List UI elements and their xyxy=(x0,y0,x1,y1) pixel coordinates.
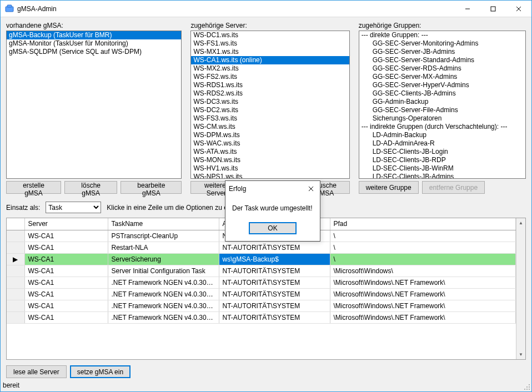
list-item[interactable]: WS-CM.ws.its xyxy=(191,123,349,131)
close-button[interactable] xyxy=(506,1,531,17)
success-dialog: Erfolg Der Task wurde umgestellt! OK xyxy=(225,180,320,242)
list-item[interactable]: WS-MX2.ws.its xyxy=(191,64,349,73)
add-group-button[interactable]: weitere Gruppe xyxy=(359,181,419,194)
list-item[interactable]: GG-SEC-Server-Standard-Admins xyxy=(359,56,525,64)
table-row[interactable]: WS-CA1.NET Framework NGEN v4.0.30319NT-A… xyxy=(7,277,516,288)
list-item[interactable]: WS-RDS1.ws.its xyxy=(191,81,349,89)
list-item[interactable]: WS-FS3.ws.its xyxy=(191,114,349,123)
group-listbox[interactable]: --- direkte Gruppen: ---GG-SEC-Server-Mo… xyxy=(359,31,526,179)
minimize-button[interactable] xyxy=(455,1,480,17)
list-item[interactable]: WS-NPS1.ws.its xyxy=(191,173,349,179)
server-list-label: zugehörige Server: xyxy=(190,22,349,29)
einsatz-label: Einsatz als: xyxy=(6,204,40,212)
svg-point-8 xyxy=(529,386,530,388)
list-item[interactable]: GG-SEC-Server-File-Admins xyxy=(359,106,525,114)
scroll-down-icon[interactable]: ▼ xyxy=(516,350,525,359)
dialog-title: Erfolg xyxy=(229,185,246,193)
list-item[interactable]: LD-Admin-Backup xyxy=(359,131,525,139)
gmsa-list-label: vorhandene gMSA: xyxy=(6,22,182,29)
grid-rowheader-col xyxy=(7,218,24,230)
dialog-ok-button[interactable]: OK xyxy=(249,222,297,234)
list-item[interactable]: gMSA-Backup (TaskUser für BMR) xyxy=(7,31,181,39)
status-bar: bereit xyxy=(1,380,531,391)
list-item[interactable]: WS-MON.ws.its xyxy=(191,156,349,164)
main-window: gMSA-Admin vorhandene gMSA: gMSA-Backup … xyxy=(0,0,532,392)
svg-point-11 xyxy=(529,389,530,390)
table-row[interactable]: WS-CA1.NET Framework NGEN v4.0.30319 64N… xyxy=(7,288,516,300)
list-item[interactable]: WS-DC3.ws.its xyxy=(191,98,349,106)
dialog-close-button[interactable] xyxy=(305,183,317,194)
list-item[interactable]: WS-DC2.ws.its xyxy=(191,106,349,114)
list-item[interactable]: WS-FS2.ws.its xyxy=(191,73,349,81)
remove-group-button[interactable]: entferne Gruppe xyxy=(422,181,485,194)
apply-gmsa-button[interactable]: setze gMSA ein xyxy=(70,365,131,378)
list-item[interactable]: WS-DPM.ws.its xyxy=(191,131,349,139)
svg-point-10 xyxy=(526,389,528,390)
create-gmsa-button[interactable]: erstelle gMSA xyxy=(6,181,61,194)
svg-rect-3 xyxy=(491,7,495,11)
table-row[interactable]: WS-CA1Restart-NLANT-AUTORITÄT\SYSTEM\ xyxy=(7,242,516,253)
svg-rect-1 xyxy=(7,5,12,7)
maximize-button[interactable] xyxy=(480,1,506,17)
list-item[interactable]: GG-SEC-Server-Monitoring-Admins xyxy=(359,39,525,48)
table-row[interactable]: WS-CA1.NET Framework NGEN v4.0.30319 6..… xyxy=(7,300,516,311)
list-item[interactable]: LD-SEC-Clients-JB-Login xyxy=(359,148,525,156)
list-item[interactable]: WS-FS1.ws.its xyxy=(191,39,349,48)
svg-point-7 xyxy=(526,386,528,388)
svg-point-6 xyxy=(529,384,530,385)
list-item[interactable]: GG-SEC-Server-MX-Admins xyxy=(359,73,525,81)
list-item[interactable]: WS-WAC.ws.its xyxy=(191,139,349,148)
scroll-up-icon[interactable]: ▲ xyxy=(516,218,525,228)
list-item[interactable]: LD-SEC-Clients-JB-WinRM xyxy=(359,164,525,173)
list-item[interactable]: WS-MX1.ws.its xyxy=(191,48,349,56)
table-row[interactable]: WS-CA1Server Initial Configuration TaskN… xyxy=(7,265,516,277)
table-row[interactable]: ▶WS-CA1ServerSicherungws\gMSA-Backup$\ xyxy=(7,253,516,265)
list-item[interactable]: Sicherungs-Operatoren xyxy=(359,114,525,123)
list-item[interactable]: WS-ATA.ws.its xyxy=(191,148,349,156)
window-title: gMSA-Admin xyxy=(17,5,455,13)
svg-point-9 xyxy=(524,389,525,390)
app-icon xyxy=(5,4,14,13)
list-item[interactable]: --- indirekte Gruppen (durch Verschachte… xyxy=(359,123,525,131)
list-item[interactable]: WS-RDS2.ws.its xyxy=(191,89,349,98)
list-item[interactable]: GG-SEC-Server-JB-Admins xyxy=(359,48,525,56)
dialog-message: Der Task wurde umgestellt! xyxy=(225,197,320,222)
list-item[interactable]: GG-SEC-Server-HyperV-Admins xyxy=(359,81,525,89)
list-item[interactable]: WS-DC1.ws.its xyxy=(191,31,349,39)
table-row[interactable]: WS-CA1.NET Framework NGEN v4.0.30319 C..… xyxy=(7,311,516,323)
list-item[interactable]: gMSA-SQLDPM (Service SQL auf WS-DPM) xyxy=(7,48,181,56)
group-list-label: zugehörige Gruppen: xyxy=(359,22,526,29)
read-servers-button[interactable]: lese alle Server xyxy=(6,365,67,378)
list-item[interactable]: GG-SEC-Server-RDS-Admins xyxy=(359,64,525,73)
col-pfad[interactable]: Pfad xyxy=(330,218,516,230)
list-item[interactable]: WS-HV1.ws.its xyxy=(191,164,349,173)
titlebar: gMSA-Admin xyxy=(1,1,531,17)
list-item[interactable]: LD-AD-AdminArea-R xyxy=(359,139,525,148)
gmsa-listbox[interactable]: gMSA-Backup (TaskUser für BMR)gMSA-Monit… xyxy=(6,31,182,179)
server-listbox[interactable]: WS-DC1.ws.itsWS-FS1.ws.itsWS-MX1.ws.itsW… xyxy=(190,31,349,179)
resize-grip-icon[interactable] xyxy=(524,384,530,390)
list-item[interactable]: GG-Admin-Backup xyxy=(359,98,525,106)
list-item[interactable]: WS-CA1.ws.its (online) xyxy=(191,56,349,64)
edit-gmsa-button[interactable]: bearbeite gMSA xyxy=(121,181,182,194)
col-task[interactable]: TaskName xyxy=(108,218,219,230)
list-item[interactable]: gMSA-Monitor (TaskUser für Monitoring) xyxy=(7,39,181,48)
delete-gmsa-button[interactable]: lösche gMSA xyxy=(64,181,117,194)
einsatz-select[interactable]: Task xyxy=(46,202,101,213)
list-item[interactable]: LD-SEC-Clients-JB-Admins xyxy=(359,173,525,179)
col-server[interactable]: Server xyxy=(24,218,108,230)
list-item[interactable]: --- direkte Gruppen: --- xyxy=(359,31,525,39)
list-item[interactable]: LD-SEC-Clients-JB-RDP xyxy=(359,156,525,164)
list-item[interactable]: GG-SEC-Clients-JB-Admins xyxy=(359,89,525,98)
grid-scrollbar[interactable]: ▲ ▼ xyxy=(516,218,525,359)
